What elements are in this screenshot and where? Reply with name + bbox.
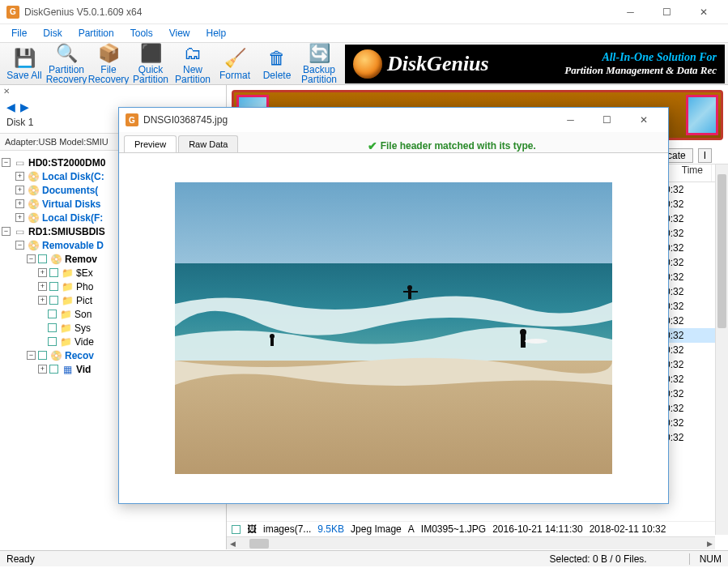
status-num: NUM: [700, 553, 722, 565]
banner-swirl-icon: [353, 49, 382, 79]
expand-icon[interactable]: −: [2, 227, 11, 236]
delete-button[interactable]: 🗑Delete: [256, 44, 298, 84]
menu-partition[interactable]: Partition: [70, 26, 122, 41]
scroll-left-icon[interactable]: ◀: [227, 540, 238, 548]
quick-partition-button[interactable]: ⬛Quick Partition: [130, 44, 172, 84]
expand-icon[interactable]: +: [38, 282, 47, 291]
close-button[interactable]: ✕: [685, 1, 722, 23]
file-size: 9.5KB: [317, 523, 344, 535]
menubar: File Disk Partition Tools View Help: [0, 24, 728, 42]
tree-label: Local Disk(C:: [42, 171, 104, 182]
menu-view[interactable]: View: [161, 26, 198, 41]
scrollbar-thumb[interactable]: [249, 539, 269, 549]
menu-disk[interactable]: Disk: [35, 26, 70, 41]
tab-raw-data[interactable]: Raw Data: [178, 135, 238, 152]
expand-icon[interactable]: +: [38, 268, 47, 277]
window-title: DiskGenius V5.0.1.609 x64: [24, 6, 612, 18]
separator: [689, 553, 690, 565]
hdd-icon: ▭: [13, 157, 26, 169]
preview-maximize-button[interactable]: ☐: [589, 109, 625, 131]
menu-help[interactable]: Help: [198, 26, 235, 41]
svg-point-10: [525, 339, 547, 344]
tree-label: Virtual Disks: [42, 199, 100, 210]
checkbox-icon[interactable]: [49, 282, 58, 291]
expand-icon[interactable]: −: [2, 158, 11, 167]
quick-partition-label: Quick Partition: [130, 65, 172, 84]
expand-icon[interactable]: −: [27, 254, 36, 263]
checkbox-icon[interactable]: [49, 365, 58, 374]
checkbox-icon[interactable]: [48, 310, 57, 318]
header-extra-button[interactable]: I: [698, 148, 712, 163]
prev-disk-icon[interactable]: ◀: [6, 100, 15, 113]
tab-preview[interactable]: Preview: [124, 135, 177, 152]
menu-file[interactable]: File: [3, 26, 35, 41]
col-time[interactable]: Time: [674, 164, 712, 182]
preview-close-button[interactable]: ✕: [625, 109, 662, 131]
window-controls: ─ ☐ ✕: [612, 1, 722, 23]
file-recovery-button[interactable]: 📦File Recovery: [87, 44, 130, 84]
partition-block[interactable]: [686, 95, 718, 135]
checkbox-icon[interactable]: [38, 254, 47, 263]
partition-recovery-button[interactable]: 🔍Partition Recovery: [45, 44, 87, 84]
expand-icon[interactable]: −: [15, 241, 24, 250]
box-icon: 📦: [97, 44, 120, 64]
app-icon: G: [126, 113, 138, 126]
status-selected: Selected: 0 B / 0 Files.: [550, 553, 647, 565]
save-all-button[interactable]: 💾Save All: [3, 44, 45, 84]
banner-brand: DiskGenius: [387, 52, 489, 76]
expand-icon[interactable]: +: [15, 199, 24, 208]
backup-partition-button[interactable]: 🔄Backup Partition: [298, 44, 340, 84]
expand-icon[interactable]: +: [15, 186, 24, 194]
tree-label: Recov: [65, 350, 94, 361]
file-created: 2016-10-21 14:11:30: [492, 523, 582, 535]
banner-tagline: All-In-One Solution For Partition Manage…: [564, 51, 717, 77]
new-partition-button[interactable]: 🗂New Partition: [172, 44, 214, 84]
vertical-scrollbar[interactable]: [715, 164, 728, 535]
next-disk-icon[interactable]: ▶: [20, 100, 29, 113]
save-all-label: Save All: [6, 70, 41, 80]
file-attr: A: [408, 523, 415, 535]
expand-icon[interactable]: −: [27, 351, 36, 360]
checkbox-icon[interactable]: [49, 268, 58, 277]
volume-icon: 📀: [27, 199, 40, 210]
svg-rect-6: [408, 289, 411, 299]
preview-minimize-button[interactable]: ─: [552, 109, 589, 131]
tree-label: Removable D: [42, 240, 104, 251]
expand-icon[interactable]: +: [38, 296, 47, 305]
checkbox-icon[interactable]: [48, 323, 57, 332]
preview-tabs: Preview Raw Data ✔ File header matched w…: [119, 132, 668, 153]
maximize-button[interactable]: ☐: [649, 1, 685, 23]
tree-label: Son: [75, 309, 92, 320]
checkbox-icon[interactable]: [48, 337, 57, 346]
file-type: Jpeg Image: [351, 523, 402, 535]
preview-window: G DNSGI0368745.jpg ─ ☐ ✕ Preview Raw Dat…: [118, 107, 669, 504]
minimize-button[interactable]: ─: [612, 1, 649, 23]
folder-icon: 📁: [59, 322, 72, 334]
menu-tools[interactable]: Tools: [122, 26, 161, 41]
svg-rect-0: [175, 182, 612, 271]
magnifier-icon: 🔍: [55, 44, 78, 64]
banner-line2: Partition Management & Data Rec: [564, 64, 717, 77]
folder-icon: 📁: [59, 336, 72, 348]
expand-icon[interactable]: +: [15, 172, 24, 181]
expand-icon[interactable]: +: [15, 213, 24, 222]
recovery-icon: 📀: [49, 350, 62, 361]
horizontal-scrollbar[interactable]: ◀ ▶: [227, 536, 715, 549]
preview-status-msg: ✔ File header matched with its type.: [240, 139, 663, 152]
checkbox-icon[interactable]: [49, 296, 58, 305]
tree-label: Pict: [76, 295, 92, 306]
partition-recovery-label: Partition Recovery: [45, 65, 87, 84]
backup-partition-label: Backup Partition: [298, 65, 340, 84]
tree-label: Documents(: [42, 185, 98, 196]
expand-icon[interactable]: +: [38, 365, 47, 374]
volume-icon: 📀: [27, 212, 40, 224]
scrollbar-thumb[interactable]: [717, 174, 726, 328]
table-row[interactable]: 🖼 images(7... 9.5KB Jpeg Image A IM0395~…: [227, 521, 715, 536]
save-icon: 💾: [13, 47, 36, 70]
format-button[interactable]: 🧹Format: [214, 44, 256, 84]
new-partition-label: New Partition: [172, 65, 214, 84]
checkbox-icon[interactable]: [38, 351, 47, 360]
scroll-right-icon[interactable]: ▶: [704, 540, 715, 548]
checkbox-icon[interactable]: [232, 525, 241, 534]
pane-close-icon[interactable]: ✕: [0, 85, 10, 97]
